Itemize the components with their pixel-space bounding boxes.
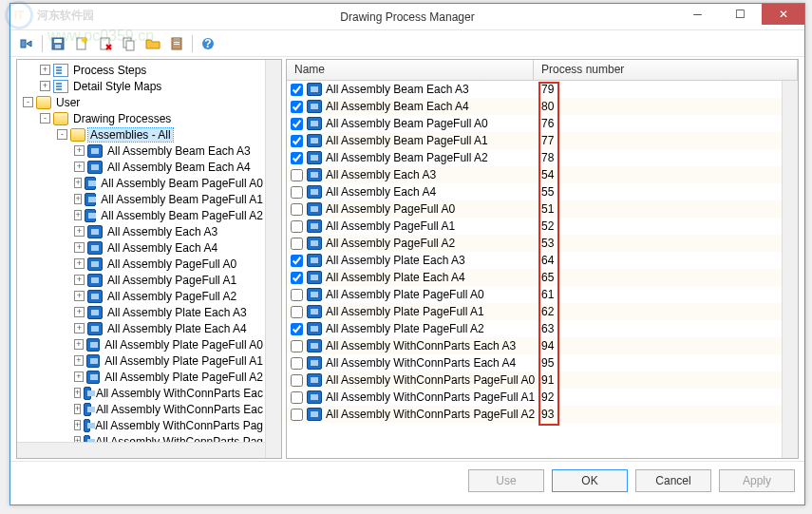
tree-node[interactable]: -User bbox=[17, 94, 265, 110]
expander-icon[interactable]: + bbox=[74, 210, 82, 220]
list-row[interactable]: All Assembly Plate PageFull A162 bbox=[287, 303, 782, 320]
tree-node[interactable]: +All Assembly PageFull A1 bbox=[17, 272, 265, 288]
expander-icon[interactable]: + bbox=[74, 145, 85, 156]
tree-node[interactable]: +All Assembly Plate PageFull A1 bbox=[17, 352, 265, 369]
tree-node[interactable]: +All Assembly Beam Each A4 bbox=[17, 159, 265, 175]
expander-icon[interactable]: + bbox=[74, 420, 81, 430]
expander-icon[interactable]: - bbox=[40, 113, 50, 124]
delete-icon[interactable] bbox=[95, 33, 116, 54]
expander-icon[interactable]: - bbox=[57, 129, 67, 140]
expander-icon[interactable]: + bbox=[74, 258, 85, 269]
row-checkbox[interactable] bbox=[291, 186, 303, 199]
folder-icon[interactable] bbox=[142, 33, 163, 54]
tree-node[interactable]: +Process Steps bbox=[17, 62, 265, 78]
list-row[interactable]: All Assembly WithConnParts PageFull A091 bbox=[287, 371, 782, 389]
expander-icon[interactable]: + bbox=[74, 339, 84, 350]
expander-icon[interactable]: + bbox=[74, 226, 85, 237]
column-header-number[interactable]: Process number bbox=[534, 60, 798, 80]
list-row[interactable]: All Assembly Each A354 bbox=[287, 166, 782, 183]
list-row[interactable]: All Assembly PageFull A152 bbox=[287, 218, 782, 235]
tree-node[interactable]: +All Assembly Plate PageFull A0 bbox=[17, 336, 265, 352]
toggle-icon[interactable] bbox=[16, 33, 37, 54]
tree-node[interactable]: +All Assembly WithConnParts Eac bbox=[17, 401, 265, 417]
copy-icon[interactable] bbox=[119, 33, 140, 54]
expander-icon[interactable]: + bbox=[74, 242, 85, 253]
row-checkbox[interactable] bbox=[291, 135, 303, 147]
apply-button[interactable]: Apply bbox=[719, 469, 795, 492]
list-row[interactable]: All Assembly Beam Each A379 bbox=[287, 81, 782, 98]
new-icon[interactable] bbox=[71, 33, 92, 54]
expander-icon[interactable]: + bbox=[74, 291, 85, 301]
tree-node[interactable]: +All Assembly Beam PageFull A0 bbox=[17, 175, 265, 191]
row-checkbox[interactable] bbox=[291, 409, 303, 421]
expander-icon[interactable]: + bbox=[74, 178, 82, 188]
tree-node[interactable]: +All Assembly Plate Each A3 bbox=[17, 304, 265, 320]
tree-node[interactable]: +Detail Style Maps bbox=[17, 78, 265, 94]
list-row[interactable]: All Assembly WithConnParts PageFull A192 bbox=[287, 389, 782, 406]
row-checkbox[interactable] bbox=[291, 152, 303, 164]
row-checkbox[interactable] bbox=[291, 118, 303, 130]
tree-node[interactable]: -Drawing Processes bbox=[17, 110, 265, 126]
expander-icon[interactable]: + bbox=[74, 323, 85, 333]
list-row[interactable]: All Assembly WithConnParts Each A495 bbox=[287, 354, 782, 371]
row-checkbox[interactable] bbox=[291, 323, 303, 335]
expander-icon[interactable]: + bbox=[74, 371, 84, 382]
row-checkbox[interactable] bbox=[291, 238, 303, 250]
minimize-button[interactable]: ─ bbox=[676, 4, 719, 25]
row-checkbox[interactable] bbox=[291, 220, 303, 233]
list-row[interactable]: All Assembly Beam PageFull A076 bbox=[287, 115, 782, 132]
scrollbar-vertical[interactable] bbox=[782, 81, 798, 458]
tree-node[interactable]: +All Assembly WithConnParts Eac bbox=[17, 385, 265, 401]
list-row[interactable]: All Assembly Plate Each A364 bbox=[287, 252, 782, 269]
row-checkbox[interactable] bbox=[291, 255, 303, 267]
expander-icon[interactable]: + bbox=[74, 404, 81, 414]
list-row[interactable]: All Assembly Each A455 bbox=[287, 183, 782, 200]
row-checkbox[interactable] bbox=[291, 203, 303, 216]
tree-node[interactable]: +All Assembly Beam PageFull A2 bbox=[17, 207, 265, 223]
list-row[interactable]: All Assembly Plate PageFull A263 bbox=[287, 320, 782, 337]
row-checkbox[interactable] bbox=[291, 357, 303, 370]
row-checkbox[interactable] bbox=[291, 340, 303, 352]
list-row[interactable]: All Assembly Plate Each A465 bbox=[287, 269, 782, 286]
row-checkbox[interactable] bbox=[291, 306, 303, 318]
tree-node[interactable]: +All Assembly PageFull A0 bbox=[17, 256, 265, 272]
expander-icon[interactable]: + bbox=[74, 275, 85, 285]
row-checkbox[interactable] bbox=[291, 374, 303, 387]
tree-node[interactable]: +All Assembly Plate Each A4 bbox=[17, 320, 265, 336]
list-row[interactable]: All Assembly WithConnParts Each A394 bbox=[287, 337, 782, 354]
tree-node[interactable]: +All Assembly WithConnParts Pag bbox=[17, 417, 265, 433]
expander-icon[interactable]: - bbox=[23, 97, 33, 107]
tree-node[interactable]: +All Assembly PageFull A2 bbox=[17, 288, 265, 304]
row-checkbox[interactable] bbox=[291, 272, 303, 284]
tree-node[interactable]: +All Assembly Each A3 bbox=[17, 223, 265, 239]
row-checkbox[interactable] bbox=[291, 289, 303, 301]
use-button[interactable]: Use bbox=[468, 469, 544, 492]
scrollbar-vertical[interactable] bbox=[265, 60, 281, 458]
row-checkbox[interactable] bbox=[291, 391, 303, 404]
tree-node[interactable]: -Assemblies - All bbox=[17, 126, 265, 143]
help-icon[interactable]: ? bbox=[198, 33, 218, 54]
cancel-button[interactable]: Cancel bbox=[635, 469, 711, 492]
ok-button[interactable]: OK bbox=[552, 469, 628, 492]
expander-icon[interactable]: + bbox=[74, 194, 82, 204]
list-row[interactable]: All Assembly Beam PageFull A278 bbox=[287, 149, 782, 166]
tree-node[interactable]: +All Assembly Beam PageFull A1 bbox=[17, 191, 265, 207]
expander-icon[interactable]: + bbox=[40, 65, 50, 75]
expander-icon[interactable]: + bbox=[74, 162, 85, 172]
expander-icon[interactable]: + bbox=[74, 307, 85, 317]
scrollbar-horizontal[interactable] bbox=[17, 442, 265, 458]
list-row[interactable]: All Assembly WithConnParts PageFull A293 bbox=[287, 406, 782, 423]
list-row[interactable]: All Assembly PageFull A253 bbox=[287, 235, 782, 252]
list-body[interactable]: All Assembly Beam Each A379All Assembly … bbox=[287, 81, 782, 458]
row-checkbox[interactable] bbox=[291, 84, 303, 96]
list-row[interactable]: All Assembly Beam Each A480 bbox=[287, 98, 782, 115]
tree-node[interactable]: +All Assembly Each A4 bbox=[17, 239, 265, 256]
tree-node[interactable]: +All Assembly Plate PageFull A2 bbox=[17, 369, 265, 385]
row-checkbox[interactable] bbox=[291, 101, 303, 113]
list-row[interactable]: All Assembly Beam PageFull A177 bbox=[287, 132, 782, 149]
save-icon[interactable] bbox=[47, 33, 68, 54]
maximize-button[interactable]: ☐ bbox=[719, 4, 762, 25]
close-button[interactable]: ✕ bbox=[762, 4, 804, 25]
expander-icon[interactable]: + bbox=[74, 388, 81, 398]
tree-node[interactable]: +All Assembly WithConnParts Pag bbox=[17, 433, 265, 442]
